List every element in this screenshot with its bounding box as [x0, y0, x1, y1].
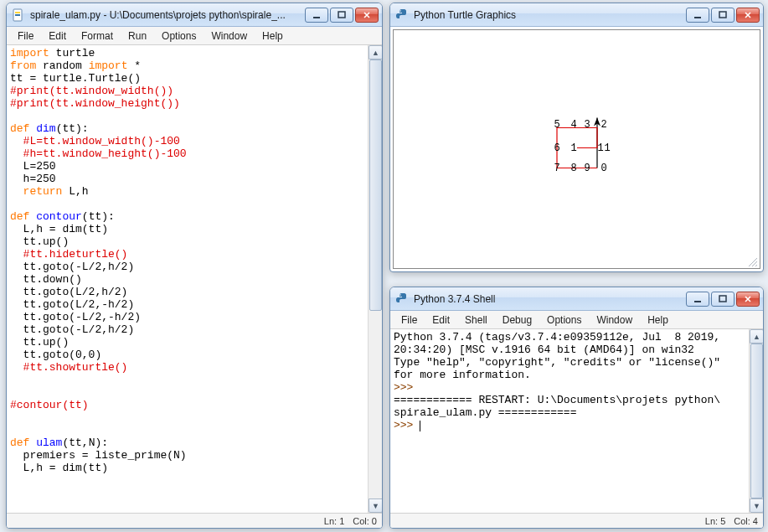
shell-content: Python 3.7.4 (tags/v3.7.4:e09359112e, Ju…	[390, 329, 763, 513]
minimize-button[interactable]	[305, 8, 328, 23]
menu-edit[interactable]: Edit	[425, 312, 457, 328]
code-line: L=250	[10, 160, 364, 173]
code-line: L,h = dim(tt)	[10, 462, 364, 474]
grid-num: 6	[554, 142, 559, 154]
shell-cursor	[420, 421, 420, 431]
svg-rect-12	[694, 301, 701, 302]
python-icon	[395, 292, 409, 306]
menu-window[interactable]: Window	[589, 312, 640, 328]
code-line: h=250	[10, 173, 364, 185]
menu-window[interactable]: Window	[204, 28, 255, 44]
turtle-titlebar[interactable]: Python Turtle Graphics	[390, 3, 763, 27]
python-file-icon	[12, 8, 25, 22]
menu-help[interactable]: Help	[640, 312, 676, 328]
grid-num: 9	[584, 163, 590, 174]
code-line	[10, 110, 364, 122]
editor-titlebar[interactable]: spirale_ulam.py - U:\Documents\projets p…	[7, 3, 382, 27]
code-line: tt.goto(-L/2,h/2)	[10, 323, 364, 336]
editor-statusbar: Ln: 1 Col: 0	[7, 513, 382, 528]
menu-file[interactable]: File	[394, 312, 425, 328]
shell-prompt: >>>	[394, 419, 420, 431]
minimize-button[interactable]	[686, 292, 709, 307]
svg-line-10	[755, 265, 757, 266]
turtle-content: 5 4 3 2 6 1 1 1 7 8 9 0	[390, 27, 763, 271]
code-line: import turtle	[10, 47, 364, 59]
menu-shell[interactable]: Shell	[457, 312, 495, 328]
code-line: #print(tt.window_width())	[10, 85, 364, 97]
grid-num: 5	[554, 119, 559, 131]
menu-run[interactable]: Run	[121, 28, 154, 44]
scroll-down-button[interactable]: ▼	[750, 498, 763, 513]
editor-line-indicator: Ln: 1	[324, 516, 344, 526]
code-line: L,h = dim(tt)	[10, 223, 364, 235]
svg-point-11	[399, 294, 401, 296]
close-button[interactable]	[736, 8, 760, 23]
maximize-button[interactable]	[711, 8, 734, 23]
shell-line-indicator: Ln: 5	[705, 516, 725, 526]
svg-rect-13	[719, 296, 726, 302]
code-line: #print(tt.window_height())	[10, 97, 364, 110]
menu-options[interactable]: Options	[154, 28, 204, 44]
menu-debug[interactable]: Debug	[495, 312, 539, 328]
code-line: #h=tt.window_height()-100	[10, 147, 364, 160]
turtle-canvas: 5 4 3 2 6 1 1 1 7 8 9 0	[393, 29, 760, 269]
code-line: def dim(tt):	[10, 122, 364, 135]
scroll-down-button[interactable]: ▼	[369, 498, 382, 513]
code-editor[interactable]: import turtlefrom random import *tt = tu…	[7, 45, 368, 513]
shell-window: Python 3.7.4 Shell FileEditShellDebugOpt…	[389, 287, 764, 529]
shell-titlebar[interactable]: Python 3.7.4 Shell	[390, 287, 763, 311]
shell-line: Type "help", "copyright", "credits" or "…	[394, 356, 720, 369]
code-line: tt.down()	[10, 273, 364, 286]
svg-rect-4	[338, 12, 345, 18]
code-line: #tt.showturtle()	[10, 361, 364, 374]
menu-help[interactable]: Help	[255, 28, 291, 44]
shell-menubar: FileEditShellDebugOptionsWindowHelp	[390, 311, 763, 329]
turtle-drawing: 5 4 3 2 6 1 1 1 7 8 9 0	[539, 118, 616, 181]
code-line: from random import *	[10, 59, 364, 72]
close-button[interactable]	[736, 292, 760, 307]
shell-line: 20:34:20) [MSC v.1916 64 bit (AMD64)] on…	[394, 343, 694, 356]
grid-num: 0	[600, 163, 606, 174]
grid-num: 8	[570, 163, 576, 174]
svg-rect-2	[15, 12, 20, 13]
editor-menubar: FileEditFormatRunOptionsWindowHelp	[7, 27, 382, 45]
scroll-thumb[interactable]	[750, 343, 763, 498]
grid-num: 2	[600, 119, 606, 131]
code-line: tt.up()	[10, 336, 364, 349]
scroll-thumb[interactable]	[369, 59, 382, 311]
editor-content: import turtlefrom random import *tt = tu…	[7, 45, 382, 513]
code-line: #contour(tt)	[10, 399, 364, 411]
svg-rect-1	[15, 14, 20, 16]
code-line	[10, 386, 364, 399]
shell-scrollbar[interactable]: ▲ ▼	[749, 329, 763, 513]
code-line: tt.goto(L/2,-h/2)	[10, 298, 364, 311]
grid-num: 1	[597, 142, 603, 154]
code-line	[10, 374, 364, 386]
code-line	[10, 411, 364, 424]
editor-window-controls	[305, 8, 379, 23]
resize-grip-icon[interactable]	[746, 256, 758, 267]
menu-file[interactable]: File	[10, 28, 41, 44]
maximize-button[interactable]	[330, 8, 353, 23]
code-line	[10, 424, 364, 436]
shell-statusbar: Ln: 5 Col: 4	[390, 513, 763, 528]
grid-num: 1	[570, 142, 576, 154]
minimize-button[interactable]	[686, 8, 709, 23]
menu-edit[interactable]: Edit	[41, 28, 74, 44]
maximize-button[interactable]	[711, 292, 734, 307]
scroll-up-button[interactable]: ▲	[369, 45, 382, 59]
grid-num: 3	[584, 119, 590, 131]
close-button[interactable]	[355, 8, 379, 23]
code-line: #tt.hideturtle()	[10, 248, 364, 261]
shell-title: Python 3.7.4 Shell	[414, 293, 681, 305]
shell-line: for more information.	[394, 369, 531, 381]
code-line: def contour(tt):	[10, 210, 364, 223]
editor-scrollbar[interactable]: ▲ ▼	[368, 45, 382, 513]
menu-options[interactable]: Options	[539, 312, 589, 328]
scroll-up-button[interactable]: ▲	[750, 329, 763, 343]
shell-window-controls	[686, 292, 760, 307]
shell-output[interactable]: Python 3.7.4 (tags/v3.7.4:e09359112e, Ju…	[390, 329, 749, 513]
shell-col-indicator: Col: 4	[734, 516, 758, 526]
code-line: tt.up()	[10, 235, 364, 248]
menu-format[interactable]: Format	[74, 28, 121, 44]
